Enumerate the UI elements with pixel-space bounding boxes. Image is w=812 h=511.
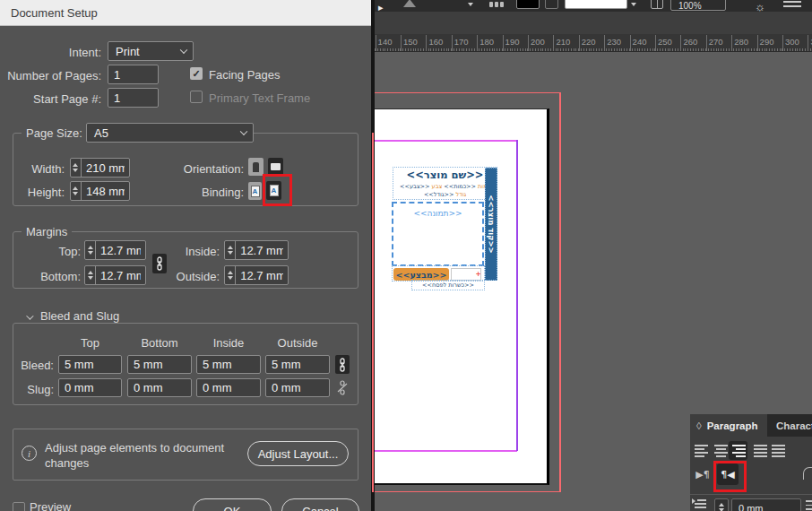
intent-dropdown[interactable]: Print — [108, 41, 194, 61]
slug-unlink-button[interactable] — [335, 378, 350, 397]
align-center-button[interactable] — [713, 443, 729, 459]
justify-right-button[interactable] — [772, 443, 788, 459]
width-spinner-icon[interactable] — [71, 159, 82, 177]
margin-bottom-input[interactable] — [96, 266, 145, 284]
margin-top-label: Top: — [0, 245, 81, 258]
spinner-icon[interactable] — [85, 266, 96, 284]
panel-diamond-icon: ◊ — [696, 420, 702, 431]
bleed-slug-legend[interactable]: Bleed and Slug — [22, 309, 124, 323]
indent-input[interactable] — [732, 500, 800, 511]
spinner-icon[interactable] — [85, 241, 96, 259]
menu-icon[interactable] — [783, 0, 801, 12]
margin-outside-input[interactable] — [236, 266, 288, 284]
slug-inside-input[interactable] — [196, 378, 261, 397]
bleed-bottom-input[interactable] — [127, 355, 192, 374]
app-control-bar: ▸ 100% ☼ — [375, 0, 812, 12]
ruler-tick — [503, 35, 504, 52]
promo-badge[interactable]: <<מבצע>> — [393, 268, 449, 281]
spinner-icon[interactable] — [225, 266, 236, 284]
ruler-tick — [782, 35, 783, 52]
ruler-tick-label: 220 — [582, 37, 596, 47]
binding-label: Binding: — [143, 186, 244, 199]
slug-top-input[interactable] — [58, 378, 122, 397]
ruler-tick-label: 160 — [428, 37, 443, 47]
bleed-link-button[interactable] — [335, 355, 350, 374]
dots-icon[interactable] — [489, 0, 504, 12]
ruler-tick — [553, 35, 554, 52]
cursor-icon[interactable]: ▸ — [378, 2, 384, 12]
image-placeholder-frame[interactable]: <<תמונה>> — [392, 202, 484, 266]
portrait-icon — [253, 162, 259, 172]
product-name-frame[interactable]: <<שם מוצר>> כמות <<כמות>> צבע <<צבע>> גו… — [393, 167, 497, 200]
kosher-frame[interactable]: <<כשרות לפסח>> — [411, 280, 485, 290]
preview-checkbox[interactable] — [13, 502, 25, 511]
stroke-swatch[interactable] — [565, 0, 627, 12]
height-input[interactable] — [82, 182, 129, 200]
bleed-guide-bottom — [374, 491, 560, 492]
chevron-down-icon — [26, 312, 33, 319]
triangle-icon[interactable] — [403, 0, 416, 12]
adjust-message: Adjust page elements to document changes — [45, 440, 235, 471]
margin-inside-input[interactable] — [236, 241, 288, 259]
binding-ltr-button[interactable]: A — [248, 182, 262, 200]
screen-mode-icon[interactable]: ☼ — [755, 0, 765, 12]
columns-icon[interactable] — [651, 0, 663, 12]
align-right-button[interactable] — [729, 441, 747, 460]
facing-pages-checkbox[interactable]: ✓ — [190, 67, 203, 80]
width-input[interactable] — [82, 159, 129, 177]
cancel-button[interactable]: Cancel — [281, 498, 359, 511]
orientation-landscape-button[interactable] — [268, 158, 283, 176]
align-left-button[interactable] — [695, 443, 711, 459]
dialog-titlebar[interactable]: Document Setup — [0, 0, 371, 26]
margin-outside-label: Outside: — [139, 270, 220, 283]
document-page[interactable] — [375, 108, 549, 485]
toolbar-strip — [375, 12, 812, 34]
ruler-tick-label: 290 — [760, 37, 774, 47]
indent-spinner[interactable] — [714, 498, 729, 511]
binding-highlight-annotation — [263, 174, 292, 206]
slug-label: Slug: — [0, 383, 54, 396]
swatch-stepper-icon[interactable] — [631, 0, 636, 12]
margin-guide-bottom — [375, 450, 517, 452]
hyphenate-icon[interactable] — [803, 467, 812, 480]
margin-top-input[interactable] — [96, 241, 145, 259]
orientation-portrait-button[interactable] — [248, 158, 263, 176]
width-stepper — [70, 158, 130, 178]
side-banner-frame[interactable]: <<קוד מוצר>> — [485, 168, 497, 281]
zoom-level-value: 100% — [678, 1, 702, 11]
stepper-icon[interactable] — [468, 0, 473, 12]
start-page-input[interactable] — [108, 88, 159, 108]
primary-text-frame-checkbox[interactable] — [190, 91, 203, 103]
ruler-tick — [579, 35, 580, 52]
swatch-option-button[interactable] — [545, 0, 558, 12]
start-page-fieldwrap — [108, 88, 159, 108]
bleed-inside-input[interactable] — [196, 355, 261, 374]
margins-legend: Margins — [22, 225, 72, 238]
ruler-tick-label: 150 — [403, 37, 418, 47]
slug-outside-input[interactable] — [265, 378, 330, 397]
adjust-layout-button[interactable]: Adjust Layout... — [247, 441, 349, 466]
tab-paragraph[interactable]: ◊ Paragraph — [690, 414, 767, 437]
height-spinner-icon[interactable] — [71, 182, 82, 200]
bleed-outside-input[interactable] — [265, 355, 330, 374]
ruler-tick — [401, 35, 402, 52]
ok-button[interactable]: OK — [193, 498, 272, 511]
num-pages-input[interactable] — [108, 65, 159, 84]
info-icon: i — [22, 446, 37, 461]
tab-character[interactable]: Character — [771, 414, 812, 437]
margin-guide-top — [375, 140, 517, 142]
ruler-tick-label: 170 — [454, 37, 469, 47]
zoom-level-field[interactable]: 100% — [670, 0, 726, 12]
page-size-dropdown[interactable]: A5 — [86, 123, 254, 143]
bleed-guide-top — [374, 92, 560, 93]
bleed-top-input[interactable] — [58, 355, 122, 374]
fill-swatch[interactable] — [516, 0, 540, 12]
slug-bottom-input[interactable] — [127, 378, 192, 397]
spinner-icon[interactable] — [225, 241, 236, 259]
column-header-bottom: Bottom — [127, 336, 192, 350]
ruler-tick-label: 260 — [683, 37, 697, 47]
justify-left-button[interactable] — [754, 443, 770, 459]
ltr-paragraph-direction-button[interactable]: ▶¶ — [694, 465, 712, 483]
margins-link-button[interactable] — [152, 254, 167, 273]
ruler-tick-label: 190 — [505, 37, 520, 47]
